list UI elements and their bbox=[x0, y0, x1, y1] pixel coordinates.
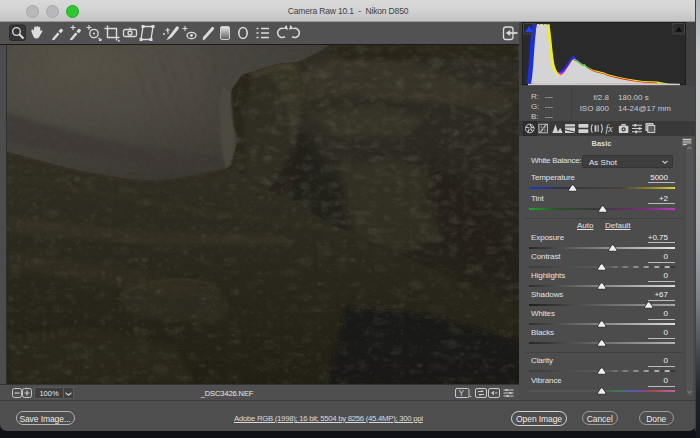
svg-text:fx: fx bbox=[606, 123, 614, 134]
svg-text:Y: Y bbox=[459, 388, 465, 398]
